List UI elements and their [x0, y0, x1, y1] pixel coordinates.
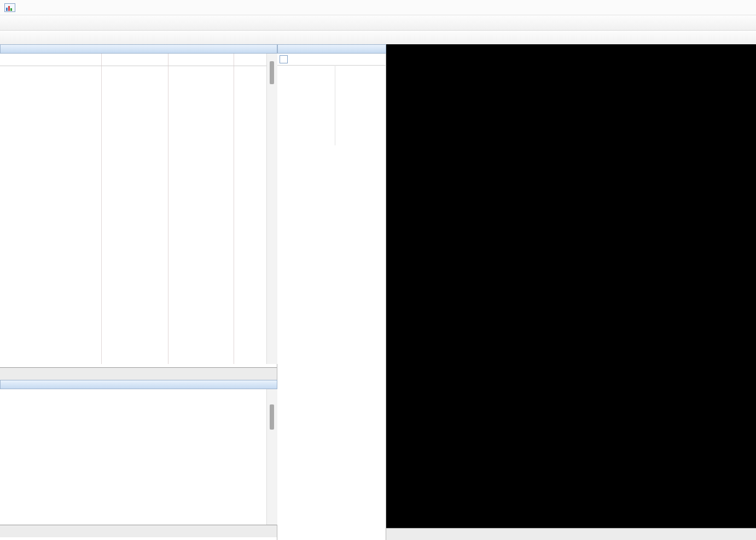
navigator-scrollbar[interactable]: [266, 389, 277, 525]
chart-window-tabs: [386, 528, 756, 540]
column-divider: [101, 54, 102, 364]
data-window-panel: [277, 44, 386, 540]
scrollbar-thumb[interactable]: [270, 404, 274, 430]
market-watch-rows: [0, 66, 266, 364]
navigator-tabs: [0, 525, 277, 537]
market-watch-header[interactable]: [0, 44, 277, 54]
market-watch-tabs: [0, 367, 277, 380]
menu-bar: [0, 0, 756, 15]
mt4-application-window: [0, 0, 756, 540]
column-divider: [234, 54, 234, 364]
market-watch-scrollbar[interactable]: [266, 54, 277, 364]
main-toolbar: [0, 15, 756, 31]
chart-time-axis: [386, 519, 756, 528]
navigator-tree: [0, 389, 266, 525]
column-divider: [168, 54, 168, 364]
market-watch-column-header: [0, 54, 266, 66]
price-chart-canvas[interactable]: [386, 44, 756, 528]
drawing-toolbar: [0, 31, 756, 45]
app-logo-icon: [4, 3, 15, 12]
scrollbar-thumb[interactable]: [270, 61, 274, 84]
data-window-header[interactable]: [277, 44, 386, 54]
navigator-panel: [0, 380, 277, 540]
market-watch-panel: [0, 44, 277, 380]
navigator-header[interactable]: [0, 380, 277, 389]
chart-line-icon: [280, 55, 288, 63]
column-divider: [335, 65, 335, 145]
data-window-symbol-row[interactable]: [277, 54, 386, 66]
price-chart[interactable]: [386, 44, 756, 528]
